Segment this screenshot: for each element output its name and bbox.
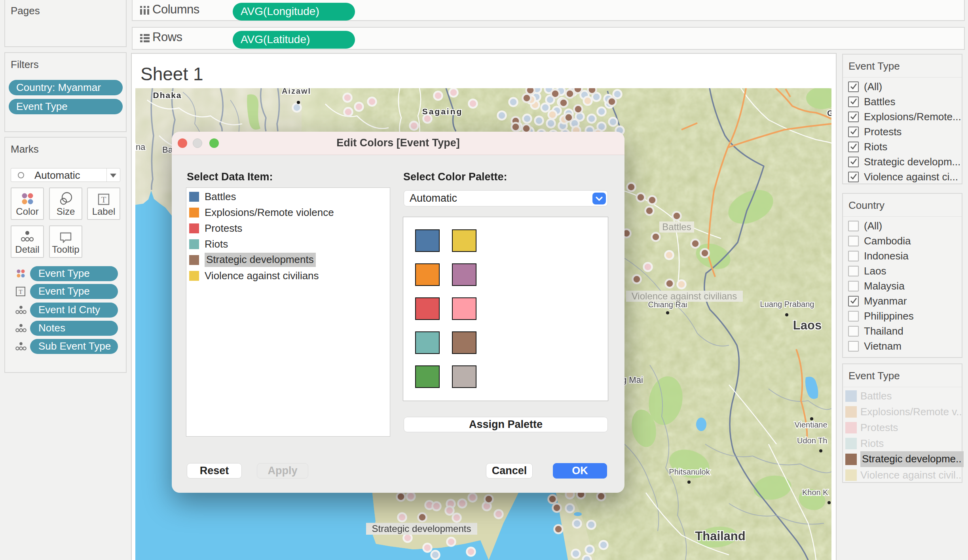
svg-text:G: G [827, 109, 831, 117]
svg-text:T: T [19, 289, 22, 295]
svg-text:Thailand: Thailand [695, 529, 745, 543]
svg-text:lna: lna [135, 142, 146, 152]
svg-text:Khon K: Khon K [802, 488, 828, 497]
svg-text:Vientiane: Vientiane [794, 420, 827, 429]
svg-text:Dhaka: Dhaka [153, 91, 182, 100]
svg-text:Strategic developments: Strategic developments [372, 523, 471, 534]
svg-text:g Mai: g Mai [622, 375, 643, 385]
svg-text:Phitsanulok: Phitsanulok [669, 467, 710, 476]
svg-text:Violence against civilians: Violence against civilians [632, 291, 737, 301]
svg-text:Laos: Laos [793, 318, 822, 332]
svg-text:Luang Prabang: Luang Prabang [760, 300, 814, 308]
svg-text:Battles: Battles [662, 221, 691, 232]
svg-text:Udon Th: Udon Th [797, 436, 827, 445]
svg-text:Aizawl: Aizawl [282, 88, 311, 95]
svg-text:T: T [101, 195, 106, 204]
svg-text:Sagaing: Sagaing [422, 107, 463, 116]
